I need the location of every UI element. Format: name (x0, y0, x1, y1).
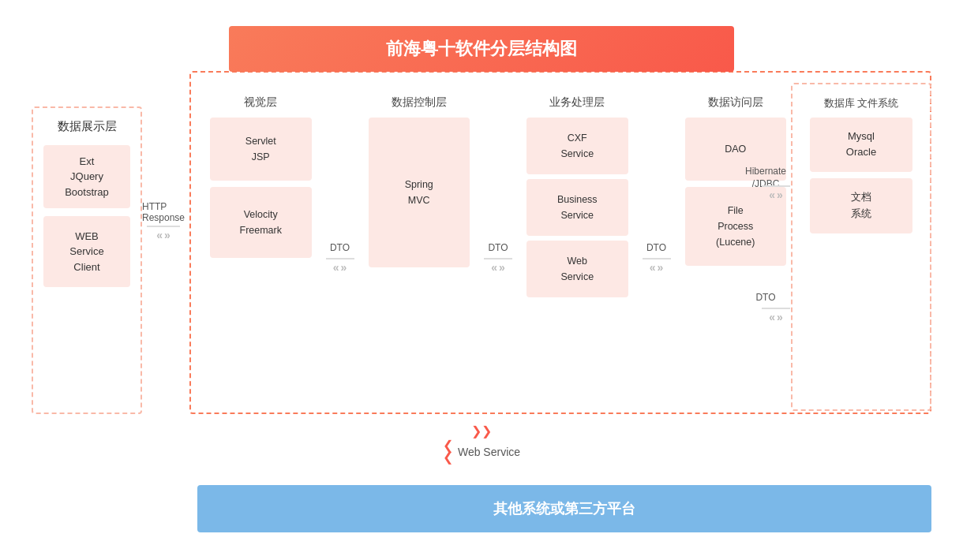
ch-r-h-icon: » (777, 189, 783, 201)
web-service-box: WebService (526, 241, 628, 297)
web-service-client-box: WEBServiceClient (43, 216, 130, 287)
business-service-box: BusinessService (526, 179, 628, 236)
chevron-right-icon: » (164, 229, 170, 241)
layers-row: 视觉层 ServletJSP VelocityFreemark DTO « » … (205, 83, 791, 411)
chevron-left-icon: « (156, 229, 163, 241)
ch-r-dr-icon: » (777, 311, 783, 323)
right-db-panel: 数据库 文件系统 MysqlOracle 文档系统 (791, 83, 931, 411)
ch-l-h-icon: « (769, 189, 775, 201)
connector-dto-2: DTO « » (474, 83, 522, 411)
layer-control-title: 数据控制层 (392, 95, 447, 110)
bottom-bar: 其他系统或第三方平台 (197, 485, 931, 532)
layer-dao-title: 数据访问层 (708, 95, 763, 110)
ext-jquery-bootstrap-box: ExtJQueryBootstrap (43, 145, 130, 208)
servlet-jsp-box: ServletJSP (210, 118, 312, 181)
hibernate-connector: « » (762, 185, 790, 201)
dto-label-2: DTO (488, 242, 508, 253)
page-title: 前海粤十软件分层结构图 (229, 26, 734, 72)
http-connector: HTTPResponse « » (142, 201, 185, 241)
connector-dto-1: DTO « » (317, 83, 364, 411)
dto-right-connector: « » (762, 308, 790, 323)
bottom-bar-label: 其他系统或第三方平台 (493, 499, 635, 518)
layer-biz: 业务处理层 CXFService BusinessService WebServ… (522, 83, 633, 411)
velocity-freemark-box: VelocityFreemark (210, 187, 312, 258)
dto-label-1: DTO (330, 242, 350, 253)
cxf-service-box: CXFService (526, 118, 628, 174)
dto-label-3: DTO (646, 242, 666, 253)
http-label: HTTPResponse (142, 201, 185, 223)
layer-visual-title: 视觉层 (244, 95, 277, 110)
ch-r-3-icon: » (658, 261, 664, 274)
web-service-bottom-label: Web Service (458, 446, 520, 458)
layer-biz-title: 业务处理层 (549, 95, 605, 110)
db-panel-title: 数据库 文件系统 (824, 95, 899, 111)
ch-r-1-icon: » (341, 261, 347, 274)
ch-l-2-icon: « (491, 261, 497, 274)
layer-dao: 数据访问层 DAO FileProcess(Lucene) (680, 83, 792, 411)
ch-l-dr-icon: « (769, 311, 775, 323)
layer-control: 数据控制层 SpringMVC (364, 83, 475, 411)
ch-r-2-icon: » (499, 261, 505, 274)
connector-dto-3: DTO « » (633, 83, 680, 411)
diagram-wrapper: 前海粤十软件分层结构图 数据展示层 ExtJQueryBootstrap WEB… (16, 12, 947, 548)
left-panel-title: 数据展示层 (58, 119, 117, 134)
ch-l-3-icon: « (650, 261, 656, 274)
down-chevrons-icon: ❯❯ (471, 427, 492, 437)
dto-right-label: DTO (742, 292, 789, 303)
doc-system-box: 文档系统 (810, 178, 912, 233)
mysql-oracle-box: MysqlOracle (810, 118, 912, 173)
web-service-bottom: ❯❯ ❮ ❮ Web Service (443, 427, 520, 463)
ch-l-1-icon: « (333, 261, 339, 274)
left-panel: 数据展示层 ExtJQueryBootstrap WEBServiceClien… (32, 106, 142, 414)
spring-mvc-box: SpringMVC (369, 118, 470, 267)
layer-visual: 视觉层 ServletJSP VelocityFreemark (205, 83, 317, 411)
